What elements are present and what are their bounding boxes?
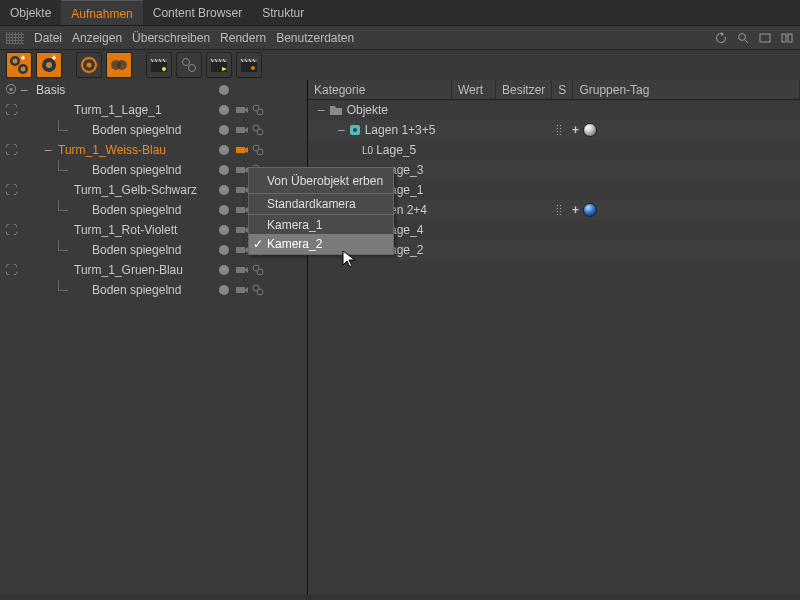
menu-anzeigen[interactable]: Anzeigen	[72, 31, 122, 45]
new-child-take-icon[interactable]	[36, 52, 62, 78]
svg-rect-56	[236, 287, 245, 293]
menu-datei[interactable]: Datei	[34, 31, 62, 45]
menu-rendern[interactable]: Rendern	[220, 31, 266, 45]
camera-override-icon[interactable]	[235, 223, 249, 237]
columns-icon[interactable]	[780, 31, 794, 45]
svg-rect-29	[236, 107, 245, 113]
collapse-toggle[interactable]: –	[338, 123, 345, 137]
svg-point-16	[87, 63, 92, 68]
status-dot-icon	[219, 145, 229, 155]
status-dot-icon	[219, 245, 229, 255]
material-sphere-icon[interactable]	[583, 123, 597, 137]
camera-override-icon[interactable]	[235, 123, 249, 137]
menu-bar: Datei Anzeigen Überschreiben Rendern Ben…	[0, 26, 800, 50]
svg-rect-24	[211, 62, 227, 72]
ctx-inherit-from-parent[interactable]: Von Überobjekt erben	[249, 168, 393, 194]
table-row[interactable]: – Objekte	[308, 100, 800, 120]
tree-item[interactable]: ⛶ Turm_1_Gruen-Blau	[0, 260, 307, 280]
camera-override-icon[interactable]	[235, 263, 249, 277]
clapboard-2-icon[interactable]	[206, 52, 232, 78]
camera-override-icon[interactable]	[235, 283, 249, 297]
tree-item-label: Turm_1_Rot-Violett	[18, 223, 213, 237]
svg-rect-2	[760, 34, 770, 42]
viewport-marker-icon: ⦿	[4, 83, 18, 97]
layer-icon	[349, 124, 361, 136]
add-tag-icon[interactable]: +	[572, 123, 579, 137]
svg-rect-10	[22, 56, 24, 60]
render-settings-icon[interactable]	[251, 123, 265, 137]
row-label: Objekte	[347, 103, 388, 117]
col-kategorie[interactable]: Kategorie	[308, 80, 452, 99]
table-row[interactable]: L0 Lage_5	[308, 140, 800, 160]
row-label: age_1	[390, 183, 423, 197]
ctx-default-camera[interactable]: Standardkamera	[249, 194, 393, 214]
tree-child[interactable]: Boden spiegelnd	[0, 120, 307, 140]
tree-child-label: Boden spiegelnd	[18, 123, 213, 137]
svg-point-31	[257, 109, 263, 115]
camera-override-active-icon[interactable]	[235, 143, 249, 157]
clapboard-1-icon[interactable]	[146, 52, 172, 78]
camera-override-icon[interactable]	[235, 203, 249, 217]
svg-rect-44	[236, 207, 245, 213]
tab-struktur[interactable]: Struktur	[252, 0, 314, 25]
tab-aufnahmen[interactable]: Aufnahmen	[61, 0, 142, 25]
col-wert[interactable]: Wert	[452, 80, 496, 99]
collapse-toggle[interactable]: –	[18, 83, 30, 97]
render-settings-icon[interactable]	[251, 263, 265, 277]
clapboard-3-icon[interactable]	[236, 52, 262, 78]
svg-point-21	[162, 67, 166, 71]
material-sphere-icon[interactable]	[583, 203, 597, 217]
search-icon[interactable]	[736, 31, 750, 45]
tab-content-browser[interactable]: Content Browser	[143, 0, 252, 25]
gears-icon[interactable]	[176, 52, 202, 78]
row-label: age_2	[390, 243, 423, 257]
viewport-marker-icon: ⛶	[4, 103, 18, 117]
row-label: en 2+4	[390, 203, 427, 217]
col-gruppen-tag[interactable]: Gruppen-Tag	[573, 80, 800, 99]
ctx-kamera-2[interactable]: ✓ Kamera_2	[249, 234, 393, 254]
autotake-icon[interactable]	[76, 52, 102, 78]
tree-root-row[interactable]: ⦿ – Basis	[0, 80, 307, 100]
svg-point-12	[46, 62, 52, 68]
override-icon[interactable]	[106, 52, 132, 78]
window-icon[interactable]	[758, 31, 772, 45]
overrides-table: Kategorie Wert Besitzer S Gruppen-Tag – …	[308, 80, 800, 594]
new-take-icon[interactable]	[6, 52, 32, 78]
render-settings-icon[interactable]	[251, 283, 265, 297]
menu-benutzerdaten[interactable]: Benutzerdaten	[276, 31, 354, 45]
add-tag-icon[interactable]: +	[572, 203, 579, 217]
menu-ueberschreiben[interactable]: Überschreiben	[132, 31, 210, 45]
svg-rect-38	[236, 167, 245, 173]
drag-handle-icon[interactable]	[556, 204, 562, 216]
render-settings-icon[interactable]	[251, 143, 265, 157]
camera-override-icon[interactable]	[235, 103, 249, 117]
camera-override-icon[interactable]	[235, 163, 249, 177]
svg-point-0	[739, 33, 746, 40]
col-besitzer[interactable]: Besitzer	[496, 80, 552, 99]
status-dot-icon	[219, 185, 229, 195]
table-row[interactable]: – Lagen 1+3+5 +	[308, 120, 800, 140]
svg-point-37	[257, 149, 263, 155]
tree-item-selected[interactable]: ⛶ – Turm_1_Weiss-Blau	[0, 140, 307, 160]
tree-item[interactable]: ⛶ Turm_1_Lage_1	[0, 100, 307, 120]
tab-bar: Objekte Aufnahmen Content Browser Strukt…	[0, 0, 800, 26]
refresh-icon[interactable]	[714, 31, 728, 45]
svg-point-34	[257, 129, 263, 135]
col-s[interactable]: S	[552, 80, 573, 99]
svg-point-60	[353, 128, 357, 132]
status-dot-icon	[219, 165, 229, 175]
ctx-item-label: Von Überobjekt erben	[267, 174, 383, 188]
tab-objekte[interactable]: Objekte	[0, 0, 61, 25]
collapse-toggle[interactable]: –	[318, 103, 325, 117]
svg-rect-14	[53, 56, 55, 60]
camera-override-icon[interactable]	[235, 243, 249, 257]
drag-handle-icon[interactable]	[556, 124, 562, 136]
camera-context-menu: Von Überobjekt erben Standardkamera Kame…	[248, 167, 394, 255]
svg-rect-32	[236, 127, 245, 133]
ctx-kamera-1[interactable]: Kamera_1	[249, 214, 393, 234]
collapse-toggle[interactable]: –	[42, 143, 54, 157]
viewport-marker-icon: ⛶	[4, 183, 18, 197]
render-settings-icon[interactable]	[251, 103, 265, 117]
tree-child[interactable]: Boden spiegelnd	[0, 280, 307, 300]
camera-override-icon[interactable]	[235, 183, 249, 197]
